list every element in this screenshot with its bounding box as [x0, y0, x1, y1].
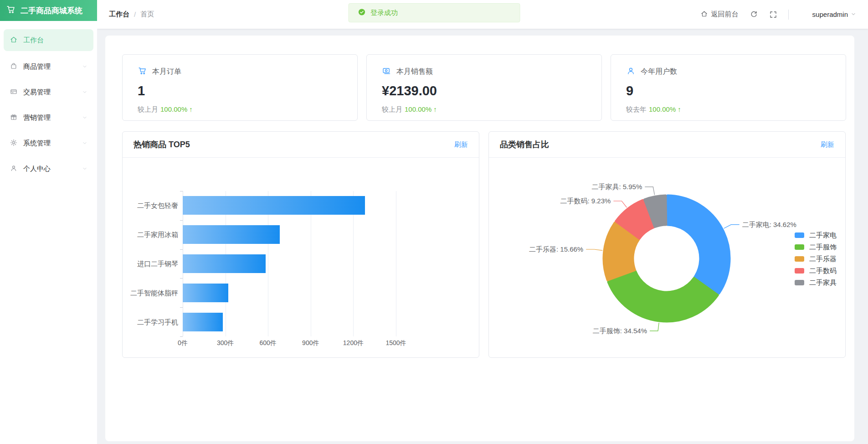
bar-category-label: 进口二手钢琴 [123, 254, 178, 273]
donut-legend: 二手家电二手服饰二手乐器二手数码二手家具 [795, 229, 837, 289]
refresh-icon[interactable] [750, 10, 758, 19]
legend-marker [795, 256, 804, 262]
sidebar-item-marketing[interactable]: 营销管理 [4, 105, 93, 130]
back-to-front-button[interactable]: 返回前台 [700, 10, 739, 19]
sidebar-item-label: 营销管理 [23, 114, 77, 122]
x-axis-tick-label: 1200件 [333, 339, 374, 347]
donut-label-二手家具: 二手家具: 5.95% [591, 183, 642, 191]
y-axis-tick [180, 249, 183, 250]
stat-card: 本月销售额 ¥2139.00 较上月100.00%↑ [366, 54, 602, 121]
goods-icon [10, 62, 18, 72]
chevron-down-icon [82, 165, 87, 173]
legend-item-二手数码[interactable]: 二手数码 [795, 265, 837, 277]
trend-up-arrow: ↑ [189, 105, 193, 113]
sidebar-item-label: 交易管理 [23, 88, 77, 97]
sidebar-item-label: 工作台 [23, 36, 87, 45]
user-menu[interactable]: superadmin [812, 10, 856, 18]
gridline [396, 191, 396, 336]
donut-label-line [724, 225, 740, 228]
sidebar-item-goods[interactable]: 商品管理 [4, 54, 93, 79]
legend-label: 二手家具 [809, 279, 837, 287]
sidebar-item-workbench[interactable]: 工作台 [4, 29, 93, 51]
stat-card: 本月订单 1 较上月100.00%↑ [122, 54, 358, 121]
x-axis-tick-label: 1500件 [375, 339, 416, 347]
trend-up-arrow: ↑ [433, 105, 437, 113]
category-share-donut-chart: 二手家电: 34.62%二手服饰: 34.54%二手乐器: 15.66%二手数码… [489, 158, 845, 357]
app-root: 二手商品商城系统 工作台商品管理交易管理营销管理系统管理个人中心 工作台 / 首… [0, 0, 868, 444]
marketing-icon [10, 113, 18, 123]
hot-products-card-header: 热销商品 TOP5 刷新 [123, 132, 479, 158]
username: superadmin [812, 10, 848, 18]
legend-marker [795, 280, 804, 285]
category-share-card: 品类销售占比 刷新 二手家电: 34.62%二手服饰: 34.54%二手乐器: … [488, 131, 846, 358]
legend-item-二手乐器[interactable]: 二手乐器 [795, 253, 837, 265]
compare-label: 较上月 [138, 105, 158, 113]
x-axis-tick-label: 600件 [247, 339, 288, 347]
y-axis-tick [180, 307, 183, 308]
app-title: 二手商品商城系统 [21, 5, 82, 16]
system-icon [10, 139, 18, 148]
stat-compare: 较上月100.00%↑ [138, 105, 342, 114]
header-actions: 返回前台 superadmin [700, 10, 856, 20]
chevron-down-icon [82, 63, 87, 71]
donut-label-二手乐器: 二手乐器: 15.66% [529, 245, 583, 253]
sidebar-item-label: 系统管理 [23, 139, 77, 148]
content-panel: 本月订单 1 较上月100.00%↑ 本月销售额 ¥2139.00 较上月100… [105, 36, 854, 441]
category-share-refresh-link[interactable]: 刷新 [821, 140, 834, 149]
legend-item-二手家具[interactable]: 二手家具 [795, 277, 837, 289]
donut-slice-二手家电 [667, 196, 729, 294]
sidebar-item-label: 个人中心 [23, 165, 77, 173]
toast-success: 登录成功 [348, 3, 520, 22]
bar-category-label: 二手家用冰箱 [123, 225, 178, 244]
bar-二手女包轻奢 [183, 196, 365, 215]
compare-value: 100.00% [405, 105, 431, 113]
donut-label-line [645, 187, 654, 195]
bar-二手智能体脂秤 [183, 284, 228, 302]
sidebar-item-label: 商品管理 [23, 62, 77, 71]
category-share-title: 品类销售占比 [500, 139, 549, 150]
sidebar: 二手商品商城系统 工作台商品管理交易管理营销管理系统管理个人中心 [0, 0, 97, 444]
cart-icon [138, 66, 147, 77]
profile-icon [10, 164, 18, 174]
trend-up-arrow: ↑ [678, 105, 681, 113]
fullscreen-icon[interactable] [769, 10, 777, 19]
y-axis-tick [180, 278, 183, 279]
hot-products-bar-chart: 0件300件600件900件1200件1500件二手女包轻奢二手家用冰箱进口二手… [123, 158, 479, 357]
toast-message: 登录成功 [370, 9, 398, 17]
app-logo: 二手商品商城系统 [0, 0, 97, 21]
y-axis-tick [180, 336, 183, 337]
legend-marker [795, 232, 804, 238]
hot-products-card: 热销商品 TOP5 刷新 0件300件600件900件1200件1500件二手女… [122, 131, 479, 358]
legend-item-二手服饰[interactable]: 二手服饰 [795, 241, 837, 253]
stat-label: 本月订单 [152, 67, 181, 77]
compare-value: 100.00% [160, 105, 187, 113]
compare-label: 较上月 [382, 105, 402, 113]
money-icon [382, 66, 391, 77]
category-share-card-header: 品类销售占比 刷新 [489, 132, 845, 158]
stat-label: 今年用户数 [641, 67, 677, 77]
legend-label: 二手数码 [809, 267, 837, 275]
legend-label: 二手乐器 [809, 255, 837, 263]
donut-label-line [613, 201, 627, 207]
bar-二手家用冰箱 [183, 225, 280, 244]
compare-label: 较去年 [626, 105, 647, 113]
chevron-down-icon [82, 139, 87, 147]
sidebar-item-system[interactable]: 系统管理 [4, 130, 93, 156]
bar-category-label: 二手学习手机 [123, 313, 178, 331]
hot-products-title: 热销商品 TOP5 [134, 139, 190, 150]
header-divider [788, 10, 789, 20]
breadcrumb-page: 首页 [140, 10, 154, 19]
y-axis-tick [180, 220, 183, 221]
chevron-down-icon [851, 10, 856, 18]
bar-二手学习手机 [183, 313, 223, 331]
sidebar-item-profile[interactable]: 个人中心 [4, 156, 93, 181]
legend-item-二手家电[interactable]: 二手家电 [795, 229, 837, 241]
donut-label-二手家电: 二手家电: 34.62% [742, 221, 796, 228]
legend-label: 二手家电 [809, 231, 837, 240]
users-icon [626, 66, 636, 77]
hot-products-refresh-link[interactable]: 刷新 [454, 140, 468, 149]
donut-label-二手数码: 二手数码: 9.23% [560, 197, 611, 205]
home-outline-icon [700, 10, 708, 19]
breadcrumb-root[interactable]: 工作台 [109, 10, 129, 19]
sidebar-item-trade[interactable]: 交易管理 [4, 79, 93, 105]
